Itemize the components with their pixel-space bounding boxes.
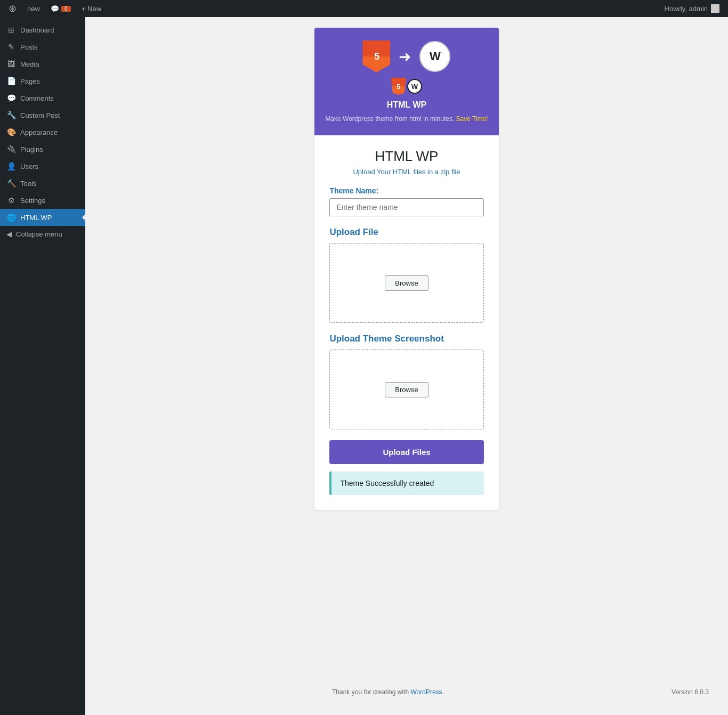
user-avatar bbox=[711, 4, 719, 13]
wp-circle-icon: W bbox=[419, 41, 450, 72]
browse-file-button[interactable]: Browse bbox=[385, 275, 428, 291]
sidebar-label-dashboard: Dashboard bbox=[20, 26, 54, 34]
adminbar-comments[interactable]: 💬 0 bbox=[46, 0, 75, 17]
adminbar-logo-item[interactable]: ⊛ bbox=[4, 0, 21, 17]
theme-name-input[interactable] bbox=[329, 198, 483, 216]
htmlwp-menu-icon: 🌐 bbox=[6, 213, 16, 222]
sidebar-label-media: Media bbox=[20, 60, 39, 68]
plugin-banner: 5 ➜ W 5 W HTML WP Make Word bbox=[314, 28, 498, 135]
pages-icon: 📄 bbox=[6, 77, 16, 85]
sidebar-item-posts[interactable]: ✎ Posts bbox=[0, 38, 85, 55]
sidebar-item-users[interactable]: 👤 Users bbox=[0, 158, 85, 175]
html5-shield-icon: 5 bbox=[362, 40, 390, 72]
version-text: Version 6.0.3 bbox=[672, 688, 709, 696]
sidebar-item-plugins[interactable]: 🔌 Plugins bbox=[0, 141, 85, 158]
main-content: 5 ➜ W 5 W HTML WP Make Word bbox=[85, 17, 728, 715]
sidebar-item-tools[interactable]: 🔨 Tools bbox=[0, 175, 85, 192]
footer: Thank you for creating with WordPress. V… bbox=[96, 680, 717, 704]
howdy-text: Howdy, admin bbox=[665, 5, 708, 13]
sidebar-label-settings: Settings bbox=[20, 197, 45, 205]
sidebar-label-pages: Pages bbox=[20, 77, 40, 85]
upload-screenshot-zone[interactable]: Browse bbox=[329, 350, 483, 429]
sidebar-label-tools: Tools bbox=[20, 180, 36, 188]
upload-file-zone[interactable]: Browse bbox=[329, 243, 483, 323]
dashboard-icon: ⊞ bbox=[6, 26, 16, 34]
sidebar-label-custom-post: Custom Post bbox=[20, 111, 60, 119]
collapse-icon: ◀ bbox=[6, 230, 12, 238]
wp-logo-icon: ⊛ bbox=[9, 3, 17, 14]
plugin-title: HTML WP bbox=[329, 148, 483, 165]
admin-bar: ⊛ new 💬 0 + New Howdy, admin bbox=[0, 0, 728, 17]
new-label: + New bbox=[82, 5, 101, 13]
plugin-banner-title: HTML WP bbox=[387, 100, 426, 110]
arrow-right-icon: ➜ bbox=[399, 48, 411, 66]
tagline-text: Make Wordpress theme from html in minute… bbox=[325, 115, 454, 123]
sidebar-item-settings[interactable]: ⚙ Settings bbox=[0, 192, 85, 209]
adminbar-howdy[interactable]: Howdy, admin bbox=[660, 4, 724, 13]
collapse-label: Collapse menu bbox=[16, 230, 62, 238]
sidebar-item-media[interactable]: 🖼 Media bbox=[0, 55, 85, 72]
browse-screenshot-button[interactable]: Browse bbox=[385, 382, 428, 397]
media-icon: 🖼 bbox=[6, 60, 16, 68]
save-time-text: Save Time! bbox=[456, 115, 488, 123]
success-message: Theme Successfully created bbox=[329, 472, 483, 495]
plugin-subtitle: Upload Your HTML files in a zip file bbox=[329, 168, 483, 176]
comments-menu-icon: 💬 bbox=[6, 94, 16, 102]
wp-wrap: ⊞ Dashboard ✎ Posts 🖼 Media 📄 Pages 💬 Co… bbox=[0, 0, 728, 715]
banner-icons: 5 ➜ W bbox=[362, 40, 450, 72]
tools-icon: 🔨 bbox=[6, 179, 16, 188]
sidebar-label-appearance: Appearance bbox=[20, 128, 58, 136]
admin-menu: ⊞ Dashboard ✎ Posts 🖼 Media 📄 Pages 💬 Co… bbox=[0, 17, 85, 715]
upload-file-title: Upload File bbox=[329, 227, 483, 238]
sidebar-item-pages[interactable]: 📄 Pages bbox=[0, 72, 85, 90]
adminbar-new[interactable]: + New bbox=[77, 0, 106, 17]
sidebar-item-comments[interactable]: 💬 Comments bbox=[0, 90, 85, 107]
adminbar-site-name[interactable]: new bbox=[23, 0, 44, 17]
sidebar-collapse-menu[interactable]: ◀ Collapse menu bbox=[0, 226, 85, 242]
success-text: Theme Successfully created bbox=[340, 479, 434, 488]
sidebar-item-appearance[interactable]: 🎨 Appearance bbox=[0, 124, 85, 141]
theme-name-label: Theme Name: bbox=[329, 186, 483, 195]
plugin-body: HTML WP Upload Your HTML files in a zip … bbox=[314, 135, 498, 510]
adminbar-right: Howdy, admin bbox=[660, 4, 724, 13]
plugins-icon: 🔌 bbox=[6, 145, 16, 153]
plugin-card: 5 ➜ W 5 W HTML WP Make Word bbox=[314, 28, 498, 510]
combined-logos: 5 W bbox=[391, 78, 422, 95]
custom-post-icon: 🔧 bbox=[6, 111, 16, 119]
sidebar-label-posts: Posts bbox=[20, 43, 38, 51]
sidebar-item-dashboard[interactable]: ⊞ Dashboard bbox=[0, 21, 85, 38]
sidebar-label-comments: Comments bbox=[20, 94, 54, 102]
settings-icon: ⚙ bbox=[6, 196, 16, 205]
upload-screenshot-title: Upload Theme Screenshot bbox=[329, 334, 483, 344]
sidebar-item-custom-post[interactable]: 🔧 Custom Post bbox=[0, 107, 85, 124]
posts-icon: ✎ bbox=[6, 43, 16, 51]
sidebar-label-users: Users bbox=[20, 162, 38, 170]
upload-files-button[interactable]: Upload Files bbox=[329, 440, 483, 464]
footer-wp-link[interactable]: WordPress bbox=[410, 688, 442, 696]
footer-text: Thank you for creating with bbox=[332, 688, 409, 696]
mini-html5-icon: 5 bbox=[391, 78, 406, 95]
comments-icon: 💬 bbox=[51, 5, 59, 13]
users-icon: 👤 bbox=[6, 162, 16, 170]
comments-count: 0 bbox=[61, 6, 71, 12]
sidebar-label-htmlwp: HTML WP bbox=[20, 214, 52, 222]
appearance-icon: 🎨 bbox=[6, 128, 16, 136]
sidebar-item-htmlwp[interactable]: 🌐 HTML WP bbox=[0, 209, 85, 226]
mini-wp-icon: W bbox=[407, 79, 422, 94]
plugin-banner-tagline: Make Wordpress theme from html in minute… bbox=[325, 115, 488, 123]
site-name-text: new bbox=[27, 5, 40, 13]
sidebar-label-plugins: Plugins bbox=[20, 145, 43, 153]
wp-logo-text: W bbox=[430, 50, 441, 63]
